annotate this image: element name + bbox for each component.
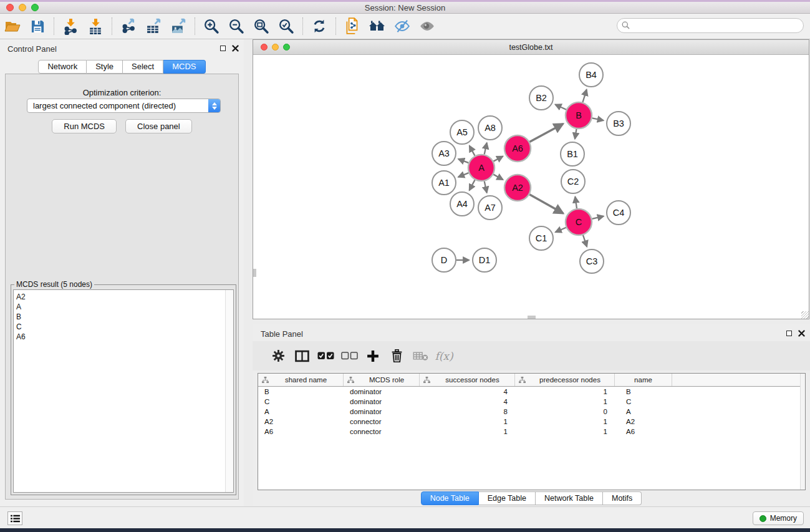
graph-edge-A-A3[interactable]: [458, 159, 468, 163]
graph-node-label-C: C: [576, 217, 582, 227]
close-window-button[interactable]: [6, 4, 14, 11]
refresh-button[interactable]: [307, 16, 331, 37]
mcds-result-item[interactable]: A6: [14, 332, 233, 342]
cell: B: [615, 388, 672, 395]
open-file-button[interactable]: [1, 16, 24, 37]
zoom-fit-button[interactable]: [249, 16, 273, 37]
column-header-successor-nodes[interactable]: successor nodes: [420, 374, 515, 386]
zoom-out-button[interactable]: [224, 16, 248, 37]
tab-network[interactable]: Network: [38, 60, 87, 74]
resize-grip[interactable]: [801, 311, 809, 319]
mcds-result-item[interactable]: C: [14, 322, 233, 332]
hide-selected-button[interactable]: [390, 16, 414, 37]
tab-style[interactable]: Style: [87, 60, 123, 74]
graph-edge-C-C2[interactable]: [575, 196, 577, 208]
control-panel-tabs: NetworkStyleSelectMCDS: [38, 60, 205, 74]
table-row[interactable]: Bdominator41B: [258, 387, 805, 397]
save-session-button[interactable]: [26, 16, 49, 37]
table-scrollbar[interactable]: [800, 374, 805, 490]
table-settings-button[interactable]: [266, 344, 290, 368]
export-table-button[interactable]: [142, 16, 165, 37]
graph-edge-B-B3[interactable]: [592, 118, 604, 120]
table-row[interactable]: Adominator80A: [258, 407, 805, 417]
close-panel-icon[interactable]: [232, 45, 239, 52]
graph-edge-A6-B[interactable]: [529, 124, 563, 142]
graph-edge-A-A1[interactable]: [458, 173, 469, 177]
column-header-name[interactable]: name: [615, 374, 672, 386]
network-canvas[interactable]: B4B2BB3A8A5A6A3B1AA1C2A2A4A7C4CC1C3DD1: [253, 55, 809, 319]
mcds-result-item[interactable]: B: [14, 312, 233, 322]
export-network-button[interactable]: [117, 16, 140, 37]
dropdown-stepper-icon: [208, 99, 220, 112]
float-panel-icon[interactable]: [220, 46, 226, 51]
tab-node-table[interactable]: Node Table: [421, 491, 479, 505]
graph-edge-A-A6[interactable]: [493, 157, 503, 162]
mcds-result-item[interactable]: A2: [14, 292, 233, 302]
table-row[interactable]: A2connector11A2: [258, 417, 805, 427]
zoom-window-button[interactable]: [31, 4, 39, 11]
graph-edge-A2-C[interactable]: [529, 195, 563, 213]
cell: C: [615, 398, 672, 405]
import-network-button[interactable]: [59, 16, 82, 37]
graph-edge-B-B4[interactable]: [582, 90, 586, 102]
clone-network-icon: [344, 17, 360, 35]
column-header-predecessor-nodes[interactable]: predecessor nodes: [515, 374, 615, 386]
close-panel-button[interactable]: Close panel: [125, 119, 192, 133]
result-list-scrollbar[interactable]: [225, 290, 233, 492]
graph-edge-B-B1[interactable]: [575, 129, 577, 139]
horizontal-scroll-thumb[interactable]: [528, 316, 536, 319]
delete-table-button[interactable]: [408, 344, 432, 368]
graph-edge-C-C1[interactable]: [556, 228, 566, 232]
criterion-dropdown[interactable]: largest connected component (directed): [27, 99, 221, 113]
toolbar-separator: [112, 17, 112, 35]
show-all-button[interactable]: [415, 16, 439, 37]
graph-edge-A-A7[interactable]: [485, 181, 487, 192]
tab-network-table[interactable]: Network Table: [536, 491, 603, 505]
zoom-in-button[interactable]: [200, 16, 223, 37]
first-neighbors-button[interactable]: [365, 16, 389, 37]
graph-edge-C-C3[interactable]: [583, 235, 587, 247]
delete-column-button[interactable]: [385, 344, 408, 368]
column-header-shared-name[interactable]: shared name: [258, 374, 344, 386]
add-column-button[interactable]: [361, 344, 385, 368]
tab-motifs[interactable]: Motifs: [603, 491, 642, 505]
zoom-selected-button[interactable]: [274, 16, 298, 37]
float-table-panel-icon[interactable]: [786, 331, 792, 336]
tab-select[interactable]: Select: [123, 60, 163, 74]
column-header-MCDS-role[interactable]: MCDS role: [344, 374, 420, 386]
run-mcds-button[interactable]: Run MCDS: [52, 119, 117, 133]
import-table-button[interactable]: [84, 16, 107, 37]
add-column-icon: [367, 350, 379, 362]
graph-edge-A-A8[interactable]: [485, 143, 487, 154]
table-row[interactable]: Cdominator41C: [258, 397, 805, 407]
column-view-button[interactable]: [290, 344, 314, 368]
cell: B: [258, 388, 344, 395]
clone-network-button[interactable]: [340, 16, 364, 37]
cell: dominator: [344, 388, 420, 395]
deselect-all-button[interactable]: [337, 344, 361, 368]
network-close-button[interactable]: [261, 44, 268, 51]
node-table[interactable]: shared nameMCDS rolesuccessor nodesprede…: [258, 373, 806, 490]
graph-edge-A-A5[interactable]: [470, 146, 475, 156]
tab-edge-table[interactable]: Edge Table: [479, 491, 536, 505]
table-row[interactable]: A6connector11A6: [258, 427, 805, 437]
criterion-value: largest connected component (directed): [27, 101, 208, 110]
function-builder-button[interactable]: f(x): [432, 344, 456, 368]
network-zoom-button[interactable]: [283, 44, 290, 51]
graph-edge-A-A4[interactable]: [470, 180, 475, 190]
graph-edge-B-B2[interactable]: [555, 104, 566, 109]
graph-edge-A-A2[interactable]: [493, 175, 503, 180]
network-minimize-button[interactable]: [272, 44, 279, 51]
memory-button[interactable]: Memory: [753, 511, 804, 525]
minimize-window-button[interactable]: [19, 4, 26, 11]
search-input[interactable]: [617, 18, 804, 33]
tab-mcds[interactable]: MCDS: [163, 60, 205, 74]
table-header-row: shared nameMCDS rolesuccessor nodesprede…: [258, 374, 805, 387]
select-all-button[interactable]: [314, 344, 337, 368]
task-history-button[interactable]: [7, 511, 22, 525]
mcds-result-item[interactable]: A: [14, 302, 233, 312]
export-image-button[interactable]: [166, 16, 190, 37]
graph-edge-C-C4[interactable]: [592, 216, 604, 219]
vertical-scroll-thumb[interactable]: [253, 269, 256, 277]
close-table-panel-icon[interactable]: [798, 330, 805, 337]
